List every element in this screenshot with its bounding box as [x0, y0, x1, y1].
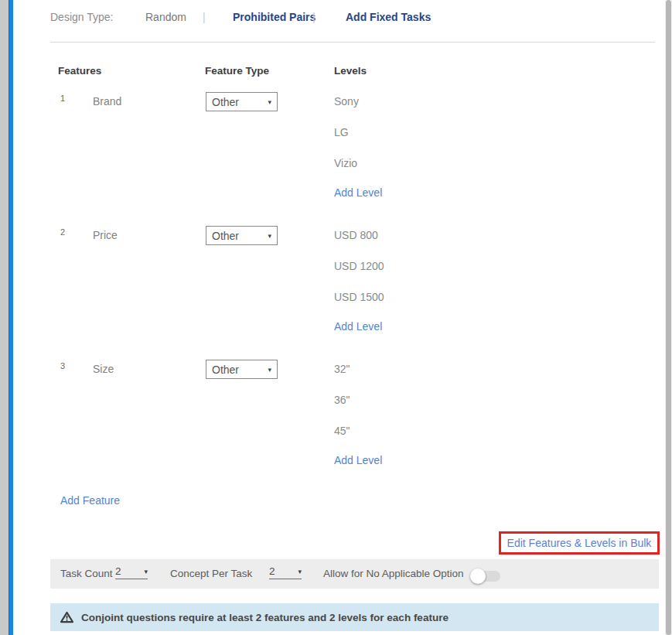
level-value[interactable]: LG [334, 121, 382, 152]
feature-name[interactable]: Price [93, 229, 118, 241]
column-header-levels: Levels [334, 65, 367, 77]
info-message: Conjoint questions require at least 2 fe… [81, 612, 449, 623]
levels-list: 32" 36" 45" Add Level [334, 357, 382, 466]
feature-type-value: Other [212, 364, 239, 376]
design-type-option-prohibited-pairs[interactable]: Prohibited Pairs [233, 11, 316, 23]
design-type-row: Design Type: Random | Prohibited Pairs |… [0, 11, 665, 26]
feature-index: 1 [60, 94, 65, 103]
add-level-link[interactable]: Add Level [334, 316, 384, 333]
settings-bar: Task Count 2 ▾ Concept Per Task 2 ▾ Allo… [50, 559, 659, 589]
chevron-down-icon: ▾ [268, 232, 271, 240]
vertical-scrollbar[interactable] [665, 0, 672, 635]
conjoint-designer-panel: Design Type: Random | Prohibited Pairs |… [0, 0, 672, 635]
add-level-link[interactable]: Add Level [334, 450, 382, 466]
feature-name[interactable]: Brand [93, 95, 121, 108]
level-value[interactable]: Vizio [334, 152, 382, 183]
task-count-label: Task Count [60, 568, 113, 579]
levels-list: USD 800 USD 1200 USD 1500 Add Level [334, 224, 384, 333]
toggle-knob [470, 568, 486, 584]
level-value[interactable]: USD 1200 [334, 254, 384, 285]
section-divider [50, 42, 655, 43]
task-count-dropdown[interactable]: 2 ▾ [115, 565, 148, 579]
level-value[interactable]: USD 1500 [334, 285, 384, 316]
separator: | [203, 11, 206, 23]
level-value[interactable]: 45" [334, 419, 382, 450]
feature-index: 3 [60, 361, 65, 370]
feature-type-select[interactable]: Other ▾ [206, 226, 278, 245]
add-feature-link[interactable]: Add Feature [60, 494, 120, 507]
feature-index: 2 [60, 227, 65, 237]
feature-name[interactable]: Size [93, 363, 114, 375]
feature-type-value: Other [212, 230, 239, 242]
design-type-option-random[interactable]: Random [145, 11, 186, 23]
levels-list: Sony LG Vizio Add Level [334, 90, 382, 199]
warning-icon [60, 611, 73, 623]
chevron-down-icon: ▾ [268, 98, 271, 106]
feature-type-select[interactable]: Other ▾ [206, 360, 278, 379]
feature-type-value: Other [212, 96, 239, 108]
chevron-down-icon: ▾ [298, 568, 302, 575]
chevron-down-icon: ▾ [268, 366, 271, 374]
bulk-edit-annotation-box: Edit Features & Levels in Bulk [499, 531, 660, 555]
column-header-features: Features [58, 65, 101, 77]
scrollbar-thumb[interactable] [666, 0, 671, 635]
level-value[interactable]: 32" [334, 357, 382, 388]
edit-features-levels-bulk-link[interactable]: Edit Features & Levels in Bulk [507, 537, 652, 549]
design-type-option-add-fixed-tasks[interactable]: Add Fixed Tasks [346, 11, 431, 23]
no-applicable-option-label: Allow for No Applicable Option [323, 568, 464, 579]
separator: | [312, 11, 316, 23]
concept-per-task-dropdown[interactable]: 2 ▾ [269, 565, 302, 579]
task-count-value: 2 [115, 565, 121, 577]
add-level-link[interactable]: Add Level [334, 183, 382, 199]
chevron-down-icon: ▾ [144, 568, 148, 575]
level-value[interactable]: Sony [334, 90, 382, 121]
selected-question-accent-bar [9, 0, 13, 635]
concept-per-task-value: 2 [269, 565, 275, 577]
level-value[interactable]: USD 800 [334, 224, 384, 254]
concept-per-task-label: Concept Per Task [170, 568, 252, 579]
page-background-strip [0, 0, 9, 635]
design-type-label: Design Type: [50, 11, 113, 23]
level-value[interactable]: 36" [334, 388, 382, 419]
info-bar: Conjoint questions require at least 2 fe… [50, 603, 659, 631]
no-applicable-option-toggle[interactable] [472, 571, 500, 582]
feature-type-select[interactable]: Other ▾ [206, 92, 278, 111]
features-table-header: Features Feature Type Levels [50, 65, 659, 80]
column-header-feature-type: Feature Type [205, 65, 269, 77]
